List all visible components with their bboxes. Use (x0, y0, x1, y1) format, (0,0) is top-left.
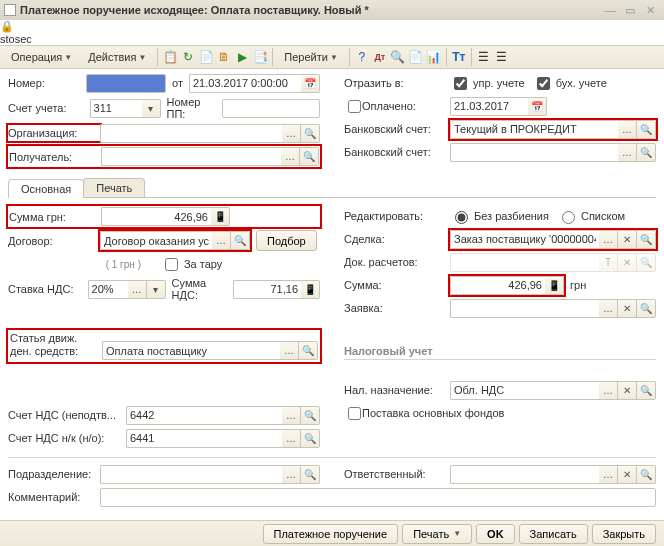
order-clear[interactable]: ✕ (618, 299, 637, 318)
bank2-open[interactable]: 🔍 (637, 143, 656, 162)
rsum-calc[interactable]: 📱 (545, 276, 564, 295)
organization-open[interactable]: 🔍 (301, 124, 320, 143)
flow-open[interactable]: 🔍 (299, 341, 318, 360)
toolbar-icon-8[interactable]: ☰ (476, 49, 492, 65)
vat-acc2-input[interactable] (126, 429, 282, 448)
bukh-check-wrap[interactable]: бух. учете (533, 74, 607, 93)
account-input[interactable] (90, 99, 142, 118)
mgmt-check-wrap[interactable]: упр. учете (450, 74, 525, 93)
tax-dest-input[interactable] (450, 381, 599, 400)
toolbar-icon-3[interactable]: 🗎 (216, 49, 232, 65)
toolbar-icon-search[interactable]: 🔍 (390, 49, 406, 65)
toolbar-icon-help[interactable]: ? (354, 49, 370, 65)
dept-open[interactable]: 🔍 (301, 465, 320, 484)
opt1-radio[interactable] (455, 211, 468, 224)
vat-rate-input[interactable] (88, 280, 128, 299)
toolbar-icon-tt[interactable]: Тт (451, 49, 467, 65)
paid-checkbox[interactable] (348, 100, 361, 113)
paid-date-picker[interactable] (528, 97, 547, 116)
bank1-input[interactable] (450, 120, 618, 139)
order-input[interactable] (450, 299, 599, 318)
bank2-input[interactable] (450, 143, 618, 162)
contract-input[interactable] (100, 231, 212, 250)
pp-input[interactable] (222, 99, 320, 118)
tax-dest-open[interactable]: 🔍 (637, 381, 656, 400)
print-button[interactable]: Печать ▼ (402, 524, 472, 544)
number-input[interactable] (86, 74, 166, 93)
account-dropdown[interactable]: ▾ (142, 99, 161, 118)
toolbar-icon-dtkt[interactable]: Дт (372, 49, 388, 65)
deal-clear[interactable]: ✕ (618, 230, 637, 249)
toolbar-icon-7[interactable]: 📊 (426, 49, 442, 65)
resp-clear[interactable]: ✕ (618, 465, 637, 484)
vat-rate-dropdown[interactable]: ▾ (147, 280, 166, 299)
paid-date-input[interactable] (450, 97, 528, 116)
contract-select[interactable]: … (212, 231, 231, 250)
close-button[interactable]: Закрыть (592, 524, 656, 544)
order-open[interactable]: 🔍 (637, 299, 656, 318)
fixed-assets-checkbox[interactable] (348, 407, 361, 420)
toolbar-icon-refresh[interactable]: ↻ (180, 49, 196, 65)
actions-menu[interactable]: Действия▼ (81, 48, 153, 66)
tax-dest-select[interactable]: … (599, 381, 618, 400)
toolbar-icon-9[interactable]: ☰ (494, 49, 510, 65)
vat-sum-calc[interactable]: 📱 (301, 280, 320, 299)
goto-menu[interactable]: Перейти▼ (277, 48, 345, 66)
window-maximize[interactable]: ▭ (620, 4, 640, 17)
payment-order-button[interactable]: Платежное поручение (263, 524, 399, 544)
deal-select[interactable]: … (599, 230, 618, 249)
window-minimize[interactable]: — (600, 4, 620, 16)
toolbar-icon-4[interactable]: ▶ (234, 49, 250, 65)
bank1-open[interactable]: 🔍 (637, 120, 656, 139)
bank2-select[interactable]: … (618, 143, 637, 162)
deal-input[interactable] (450, 230, 599, 249)
vat-acc1-open[interactable]: 🔍 (301, 406, 320, 425)
vat-rate-select[interactable]: … (128, 280, 147, 299)
date-input[interactable] (189, 74, 301, 93)
ok-button[interactable]: OK (476, 524, 515, 544)
recipient-select[interactable]: … (281, 147, 300, 166)
organization-input[interactable] (100, 124, 282, 143)
vat-sum-input[interactable] (233, 280, 301, 299)
tab-main[interactable]: Основная (8, 179, 84, 198)
vat-acc1-input[interactable] (126, 406, 282, 425)
tara-checkbox[interactable] (165, 258, 178, 271)
sum-calc-icon[interactable]: 📱 (211, 207, 230, 226)
sum-input[interactable] (101, 207, 211, 226)
opt2-wrap[interactable]: Списком (557, 208, 625, 224)
opt2-radio[interactable] (562, 211, 575, 224)
date-picker-icon[interactable] (301, 74, 320, 93)
bank1-select[interactable]: … (618, 120, 637, 139)
toolbar-icon-2[interactable]: 📄 (198, 49, 214, 65)
resp-input[interactable] (450, 465, 599, 484)
dept-select[interactable]: … (282, 465, 301, 484)
toolbar-icon-5[interactable]: 📑 (252, 49, 268, 65)
save-button[interactable]: Записать (519, 524, 588, 544)
tara-wrap[interactable]: За тару (161, 255, 222, 274)
dept-input[interactable] (100, 465, 282, 484)
tab-print[interactable]: Печать (83, 178, 145, 197)
flow-select[interactable]: … (280, 341, 299, 360)
window-close[interactable]: ✕ (640, 4, 660, 17)
tax-dest-clear[interactable]: ✕ (618, 381, 637, 400)
rsum-input[interactable] (450, 276, 545, 295)
bukh-checkbox[interactable] (537, 77, 550, 90)
resp-open[interactable]: 🔍 (637, 465, 656, 484)
recipient-input[interactable] (101, 147, 281, 166)
resp-select[interactable]: … (599, 465, 618, 484)
toolbar-icon-1[interactable]: 📋 (162, 49, 178, 65)
recipient-open[interactable]: 🔍 (300, 147, 319, 166)
vat-acc2-select[interactable]: … (282, 429, 301, 448)
organization-select[interactable]: … (282, 124, 301, 143)
mgmt-checkbox[interactable] (454, 77, 467, 90)
order-select[interactable]: … (599, 299, 618, 318)
operation-menu[interactable]: Операция▼ (4, 48, 79, 66)
toolbar-icon-6[interactable]: 📄 (408, 49, 424, 65)
pick-button[interactable]: Подбор (256, 230, 317, 251)
deal-open[interactable]: 🔍 (637, 230, 656, 249)
comment-input[interactable] (100, 488, 656, 507)
flow-input[interactable] (102, 341, 280, 360)
contract-open[interactable]: 🔍 (231, 231, 250, 250)
vat-acc2-open[interactable]: 🔍 (301, 429, 320, 448)
vat-acc1-select[interactable]: … (282, 406, 301, 425)
